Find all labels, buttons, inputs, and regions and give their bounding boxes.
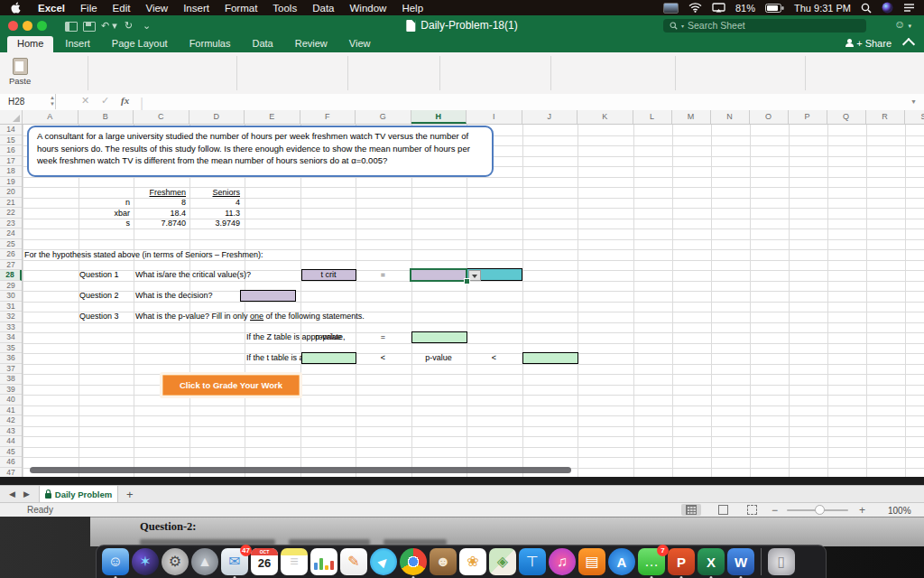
dock-icon-trash[interactable]: ▯ — [768, 548, 795, 575]
cell-c21[interactable]: 8 — [135, 197, 186, 208]
row-header-14[interactable]: 14 — [0, 125, 22, 135]
dock-icon-excel[interactable]: X — [698, 548, 725, 575]
menu-help[interactable]: Help — [402, 3, 423, 14]
toggle-sidebar-icon[interactable] — [65, 22, 78, 32]
zoom-percentage[interactable]: 100% — [888, 506, 911, 516]
cell-g28-equals[interactable]: = — [356, 269, 411, 280]
row-header-40[interactable]: 40 — [0, 395, 22, 406]
dock-icon-chrome[interactable] — [400, 548, 427, 575]
column-header-L[interactable]: L — [633, 110, 672, 124]
cell-b28-question1[interactable]: Question 1 — [79, 269, 119, 280]
row-header-34[interactable]: 34 — [0, 332, 22, 343]
row-header-20[interactable]: 20 — [0, 187, 22, 198]
screenshot-thumbnail-icon[interactable] — [663, 3, 679, 14]
search-sheet-input[interactable]: ▾ Search Sheet — [663, 19, 866, 33]
save-icon[interactable] — [83, 22, 96, 32]
column-header-P[interactable]: P — [789, 110, 827, 124]
row-header-16[interactable]: 16 — [0, 145, 22, 156]
row-header-30[interactable]: 30 — [0, 291, 22, 302]
dock-icon-books[interactable]: ▤ — [578, 548, 605, 575]
cell-c28-q1-text[interactable]: What is/are the critical value(s)? — [135, 269, 251, 280]
cell-d21[interactable]: 4 — [191, 197, 240, 208]
cell-b30-question2[interactable]: Question 2 — [79, 290, 119, 301]
dock-icon-word[interactable]: W — [727, 548, 754, 575]
cell-d23[interactable]: 3.9749 — [191, 218, 240, 228]
ribbon-tab-review[interactable]: Review — [285, 36, 337, 52]
menu-data[interactable]: Data — [312, 3, 334, 14]
menu-excel[interactable]: Excel — [38, 3, 65, 14]
dock-icon-powerpoint[interactable]: P — [668, 548, 695, 575]
cell-c23[interactable]: 7.8740 — [135, 218, 186, 228]
cell-b23-s[interactable]: s — [81, 218, 130, 228]
cell-c22[interactable]: 18.4 — [135, 208, 186, 219]
data-validation-dropdown[interactable] — [468, 270, 481, 281]
add-sheet-button[interactable]: + — [126, 488, 134, 501]
cell-g34-equals[interactable]: = — [356, 331, 411, 342]
row-header-29[interactable]: 29 — [0, 281, 22, 292]
normal-view-button[interactable] — [681, 504, 701, 516]
selection-fill-handle[interactable] — [464, 278, 470, 284]
dock-icon-app-store[interactable]: A — [608, 548, 635, 575]
column-header-N[interactable]: N — [711, 110, 750, 124]
ribbon-tab-data[interactable]: Data — [242, 36, 282, 52]
dock-icon-photos[interactable]: ❀ — [459, 548, 486, 575]
row-header-17[interactable]: 17 — [0, 156, 22, 167]
cell-b22-xbar[interactable]: xbar — [81, 208, 130, 219]
column-header-C[interactable]: C — [134, 110, 189, 124]
cell-f34-pvalue[interactable]: p-value — [301, 331, 356, 342]
column-header-F[interactable]: F — [300, 110, 356, 124]
ribbon-tab-page-layout[interactable]: Page Layout — [102, 36, 178, 52]
feedback-smiley-icon[interactable]: ☺ ▾ — [894, 18, 911, 31]
worksheet-grid[interactable]: 1415161718192021222324252627282930313233… — [0, 125, 924, 477]
column-header-O[interactable]: O — [750, 110, 789, 124]
row-header-42[interactable]: 42 — [0, 415, 22, 426]
dock-icon-launchpad[interactable]: ▲ — [191, 548, 218, 575]
formula-input[interactable] — [146, 94, 902, 109]
row-header-21[interactable]: 21 — [0, 198, 22, 209]
row-header-36[interactable]: 36 — [0, 353, 22, 364]
dock-icon-pages[interactable]: ✎ — [340, 548, 367, 575]
menu-format[interactable]: Format — [225, 3, 257, 14]
cancel-entry-icon[interactable]: ✕ — [81, 95, 89, 107]
cell-a26-hypothesis[interactable]: For the hypothesis stated above (in term… — [24, 249, 263, 260]
ribbon-tab-insert[interactable]: Insert — [55, 36, 100, 52]
window-close-button[interactable] — [8, 21, 18, 31]
row-header-35[interactable]: 35 — [0, 343, 22, 354]
cell-g36-lt[interactable]: < — [356, 352, 411, 363]
row-header-43[interactable]: 43 — [0, 426, 22, 437]
cell-j36-answer[interactable] — [522, 352, 578, 365]
row-header-18[interactable]: 18 — [0, 166, 22, 177]
column-header-M[interactable]: M — [672, 110, 711, 124]
dock-icon-numbers[interactable] — [310, 548, 337, 575]
cell-d20-seniors[interactable]: Seniors — [191, 187, 240, 198]
window-minimize-button[interactable] — [23, 21, 32, 31]
column-header-J[interactable]: J — [522, 110, 578, 124]
customize-toolbar-chevron[interactable]: ⌄ — [143, 20, 151, 32]
menu-tools[interactable]: Tools — [273, 3, 297, 14]
cell-b32-question3[interactable]: Question 3 — [79, 311, 119, 322]
display-mirroring-icon[interactable] — [712, 3, 725, 13]
row-header-45[interactable]: 45 — [0, 447, 22, 458]
dock-icon-contacts[interactable]: ☻ — [430, 548, 457, 575]
zoom-in-button[interactable]: + — [859, 504, 865, 517]
horizontal-scrollbar-thumb[interactable] — [30, 467, 571, 473]
row-header-27[interactable]: 27 — [0, 260, 22, 271]
undo-button[interactable]: ↶ ▾ — [101, 20, 117, 32]
cell-d22[interactable]: 11.3 — [191, 208, 240, 219]
row-header-22[interactable]: 22 — [0, 208, 22, 219]
share-button[interactable]: + Share — [845, 38, 892, 49]
row-header-23[interactable]: 23 — [0, 219, 22, 229]
column-header-R[interactable]: R — [866, 110, 905, 124]
cell-f36-answer[interactable] — [301, 352, 356, 365]
cell-b21-n[interactable]: n — [81, 197, 130, 208]
column-header-E[interactable]: E — [245, 110, 300, 124]
cell-c20-freshmen[interactable]: Freshmen — [135, 187, 186, 198]
wifi-icon[interactable] — [688, 3, 702, 13]
column-header-H[interactable]: H — [411, 110, 467, 124]
menu-view[interactable]: View — [145, 3, 168, 14]
row-header-47[interactable]: 47 — [0, 468, 22, 478]
dock-icon-mail[interactable]: ✉47 — [221, 548, 248, 575]
dock-icon-keynote[interactable]: ⊤ — [519, 548, 546, 575]
column-header-D[interactable]: D — [189, 110, 245, 124]
name-box[interactable]: H28 — [0, 94, 56, 109]
